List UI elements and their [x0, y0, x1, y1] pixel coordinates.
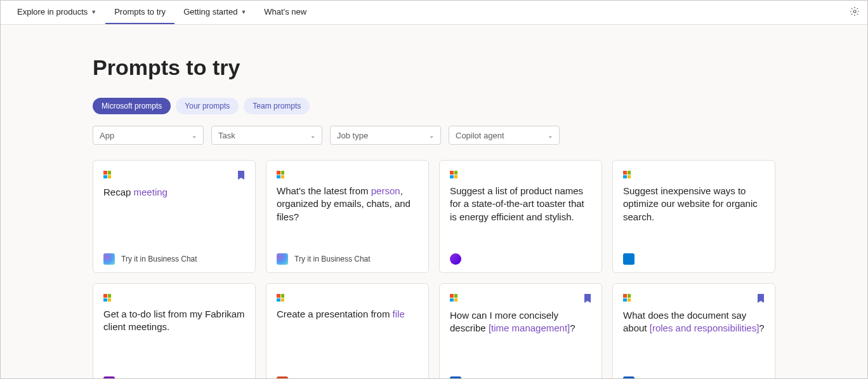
card-header — [623, 171, 765, 178]
nav-label: Explore in products — [17, 7, 88, 17]
svg-point-0 — [853, 10, 856, 13]
prompt-text: Create a presentation from file — [277, 308, 418, 321]
prompt-card[interactable]: Suggest inexpensive ways to optimize our… — [612, 160, 775, 273]
card-header — [450, 171, 591, 178]
prompt-source-tabs: Microsoft prompts Your prompts Team prom… — [93, 98, 775, 114]
top-nav: Explore in products ▼ Prompts to try Get… — [1, 1, 867, 25]
microsoft-logo-icon — [623, 294, 631, 302]
card-footer — [450, 253, 591, 265]
card-header — [277, 294, 418, 302]
prompt-card[interactable]: What does the document say about [roles … — [612, 283, 775, 379]
prompt-text: Get a to-do list from my Fabrikam client… — [103, 308, 245, 334]
prompt-card[interactable]: Get a to-do list from my Fabrikam client… — [93, 283, 256, 379]
prompt-card[interactable]: Suggest a list of product names for a st… — [439, 160, 602, 273]
nav-getting-started[interactable]: Getting started ▼ — [174, 1, 255, 24]
try-in-app-label[interactable]: Try it in Business Chat — [121, 255, 197, 263]
microsoft-logo-icon — [103, 294, 111, 302]
prompt-text: How can I more concisely describe [time … — [450, 309, 591, 335]
filter-row: App ⌄ Task ⌄ Job type ⌄ Copilot agent ⌄ — [93, 126, 775, 145]
filter-copilot-agent[interactable]: Copilot agent ⌄ — [449, 126, 560, 145]
filter-app[interactable]: App ⌄ — [93, 126, 204, 145]
chevron-down-icon: ⌄ — [192, 132, 197, 139]
nav-whats-new[interactable]: What's new — [255, 1, 315, 24]
microsoft-logo-icon — [277, 294, 284, 302]
nav-label: Prompts to try — [114, 7, 166, 17]
card-header — [450, 294, 591, 303]
filter-task[interactable]: Task ⌄ — [211, 126, 322, 145]
chevron-down-icon: ▼ — [91, 9, 96, 15]
card-header — [277, 171, 418, 178]
card-footer: Try it in Business Chat — [103, 253, 245, 265]
microsoft-logo-icon — [450, 294, 457, 302]
chevron-down-icon: ⌄ — [548, 132, 553, 139]
chevron-down-icon: ⌄ — [429, 132, 434, 139]
filter-label: App — [100, 131, 114, 140]
word-app-icon: W — [450, 376, 461, 379]
filter-job-type[interactable]: Job type ⌄ — [330, 126, 441, 145]
microsoft-logo-icon — [450, 171, 457, 178]
pill-your-prompts[interactable]: Your prompts — [176, 98, 239, 114]
card-footer: WTry it in Word — [623, 376, 765, 379]
filter-label: Task — [218, 131, 235, 140]
app-window: Explore in products ▼ Prompts to try Get… — [0, 0, 868, 379]
bizchat-app-icon — [103, 253, 115, 265]
microsoft-logo-icon — [623, 171, 631, 178]
try-in-app-label[interactable]: Try it in Business Chat — [294, 255, 371, 263]
outlook-app-icon — [623, 253, 635, 265]
prompt-text: What's the latest from person, organized… — [277, 185, 418, 223]
prompt-card[interactable]: How can I more concisely describe [time … — [439, 283, 602, 379]
prompt-card[interactable]: Recap meetingTry it in Business Chat — [93, 160, 256, 273]
pill-team-prompts[interactable]: Team prompts — [244, 98, 310, 114]
main-content: Prompts to try Microsoft prompts Your pr… — [85, 25, 783, 379]
card-footer: Try it in Business Chat — [277, 253, 418, 265]
card-header — [103, 294, 245, 302]
prompt-cards-grid: Recap meetingTry it in Business ChatWhat… — [93, 160, 775, 379]
card-footer: WTry it in Word — [450, 376, 591, 379]
prompt-text: Recap meeting — [103, 186, 245, 199]
prompt-text: Suggest inexpensive ways to optimize our… — [623, 185, 765, 223]
powerpoint-app-icon: P — [277, 376, 288, 379]
bookmark-icon[interactable] — [237, 171, 245, 180]
word-app-icon: W — [623, 376, 635, 379]
nav-prompts-to-try[interactable]: Prompts to try — [105, 1, 174, 24]
microsoft-logo-icon — [103, 171, 111, 178]
prompt-placeholder: person — [371, 185, 400, 196]
prompt-card[interactable]: What's the latest from person, organized… — [266, 160, 429, 273]
onenote-app-icon: N — [103, 376, 115, 379]
prompt-card[interactable]: Create a presentation from filePTry it i… — [266, 283, 429, 379]
card-footer — [623, 253, 765, 265]
top-nav-left: Explore in products ▼ Prompts to try Get… — [8, 1, 315, 24]
nav-explore-in-products[interactable]: Explore in products ▼ — [8, 1, 105, 24]
card-footer: PTry it in PowerPoint — [277, 376, 418, 379]
settings-button[interactable] — [850, 6, 860, 18]
bookmark-icon[interactable] — [757, 294, 765, 303]
gear-icon — [850, 6, 860, 17]
nav-label: What's new — [264, 7, 306, 17]
page-title: Prompts to try — [93, 55, 775, 80]
card-footer: N — [103, 376, 245, 379]
filter-label: Copilot agent — [456, 131, 504, 140]
chevron-down-icon: ▼ — [240, 9, 246, 15]
prompt-text: What does the document say about [roles … — [623, 309, 765, 335]
loop-app-icon — [450, 253, 461, 265]
prompt-text: Suggest a list of product names for a st… — [450, 185, 591, 223]
bookmark-icon[interactable] — [584, 294, 591, 303]
microsoft-logo-icon — [277, 171, 284, 178]
chevron-down-icon: ⌄ — [310, 132, 315, 139]
prompt-placeholder: [time management] — [489, 322, 570, 333]
bizchat-app-icon — [277, 253, 288, 265]
prompt-placeholder: [roles and responsibilities] — [650, 322, 760, 333]
prompt-placeholder: file — [393, 309, 405, 319]
card-header — [623, 294, 765, 303]
nav-label: Getting started — [183, 7, 237, 17]
card-header — [103, 171, 245, 180]
prompt-placeholder: meeting — [134, 187, 168, 197]
pill-microsoft-prompts[interactable]: Microsoft prompts — [93, 98, 171, 114]
filter-label: Job type — [337, 131, 368, 140]
